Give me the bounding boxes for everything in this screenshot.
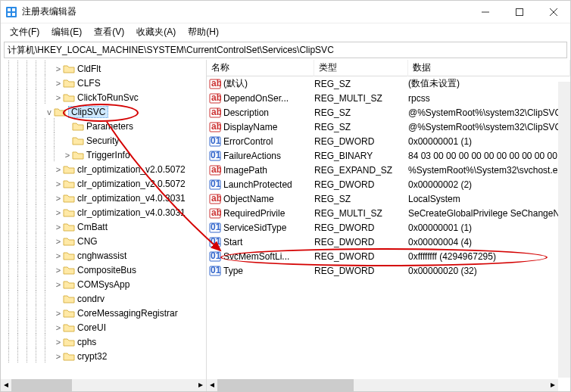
value-name: FailureActions: [223, 151, 314, 161]
chevron-icon[interactable]: >: [54, 352, 63, 361]
tree-label: CmBatt: [77, 222, 108, 232]
folder-icon: [63, 308, 75, 319]
tree-item[interactable]: >COMSysApp: [1, 277, 206, 291]
tree-label: clr_optimization_v2.0.5072: [77, 179, 186, 189]
menu-help[interactable]: 帮助(H): [182, 24, 225, 40]
folder-icon: [63, 351, 75, 362]
value-row[interactable]: abDescriptionREG_SZ@%SystemRoot%\system3…: [207, 105, 570, 120]
chevron-icon[interactable]: >: [54, 208, 63, 217]
value-row[interactable]: abRequiredPrivileREG_MULTI_SZSeCreateGlo…: [207, 206, 570, 220]
tree-item[interactable]: >cnghwassist: [1, 248, 206, 263]
menu-edit[interactable]: 编辑(E): [45, 24, 88, 40]
tree-item[interactable]: Security: [1, 133, 206, 148]
tree-item[interactable]: >CoreMessagingRegistrar: [1, 306, 206, 320]
tree-item[interactable]: vClipSVC: [1, 104, 206, 119]
chevron-icon[interactable]: >: [54, 79, 63, 88]
folder-icon: [63, 207, 75, 218]
close-button[interactable]: [536, 1, 570, 23]
tree-item[interactable]: >clr_optimization_v2.0.5072: [1, 162, 206, 176]
chevron-icon[interactable]: >: [54, 309, 63, 318]
value-row[interactable]: 011StartREG_DWORD0x00000004 (4): [207, 235, 570, 249]
tree-item[interactable]: >clr_optimization_v2.0.5072: [1, 176, 206, 191]
list-scrollbar-v[interactable]: [558, 82, 570, 378]
value-icon: ab: [207, 107, 223, 119]
value-icon: ab: [207, 92, 223, 104]
tree-item[interactable]: >CNG: [1, 234, 206, 248]
svg-text:011: 011: [211, 236, 221, 247]
value-icon: ab: [207, 207, 223, 219]
value-row[interactable]: ab(默认)REG_SZ(数值未设置): [207, 76, 570, 91]
tree-item[interactable]: >cphs: [1, 334, 206, 349]
chevron-icon[interactable]: v: [45, 107, 54, 117]
chevron-icon[interactable]: >: [54, 280, 63, 289]
col-type[interactable]: 类型: [314, 60, 408, 76]
tree-item[interactable]: >ClickToRunSvc: [1, 90, 206, 104]
col-name[interactable]: 名称: [207, 60, 314, 76]
tree-item[interactable]: >CldFlt: [1, 61, 206, 76]
tree-item[interactable]: Parameters: [1, 119, 206, 133]
minimize-button[interactable]: [468, 1, 502, 23]
value-row[interactable]: 011ErrorControlREG_DWORD0x00000001 (1): [207, 134, 570, 148]
value-row[interactable]: 011ServiceSidTypeREG_DWORD0x00000001 (1): [207, 220, 570, 235]
menu-file[interactable]: 文件(F): [4, 24, 45, 40]
tree-item[interactable]: >crypt32: [1, 349, 206, 363]
chevron-icon[interactable]: >: [54, 194, 63, 203]
window-title: 注册表编辑器: [22, 5, 468, 18]
value-row[interactable]: abDependOnSer...REG_MULTI_SZrpcss: [207, 91, 570, 105]
tree-scrollbar-h[interactable]: ◂ ▸: [1, 379, 206, 391]
chevron-icon[interactable]: >: [54, 237, 63, 246]
value-name: LaunchProtected: [223, 179, 314, 190]
svg-text:011: 011: [211, 250, 221, 261]
chevron-icon[interactable]: >: [54, 323, 63, 332]
value-name: DependOnSer...: [223, 93, 314, 104]
menu-favorites[interactable]: 收藏夹(A): [130, 24, 182, 40]
chevron-icon[interactable]: >: [54, 251, 63, 260]
value-row[interactable]: 011TypeREG_DWORD0x00000020 (32): [207, 263, 570, 278]
svg-rect-1: [8, 8, 11, 11]
value-icon: 011: [207, 150, 223, 162]
value-row[interactable]: abDisplayNameREG_SZ@%SystemRoot%\system3…: [207, 120, 570, 134]
value-data: 0xffffffff (4294967295): [408, 251, 570, 262]
value-name: ErrorControl: [223, 136, 314, 147]
maximize-button[interactable]: [502, 1, 536, 23]
value-type: REG_SZ: [314, 122, 408, 132]
tree-item[interactable]: >CompositeBus: [1, 263, 206, 277]
list-scrollbar-h[interactable]: ◂ ▸: [207, 379, 558, 391]
value-row[interactable]: 011FailureActionsREG_BINARY84 03 00 00 0…: [207, 148, 570, 163]
chevron-icon[interactable]: >: [54, 165, 63, 174]
tree-item[interactable]: >clr_optimization_v4.0.3031: [1, 191, 206, 205]
address-bar[interactable]: 计算机\HKEY_LOCAL_MACHINE\SYSTEM\CurrentCon…: [4, 42, 567, 58]
tree-item[interactable]: condrv: [1, 291, 206, 306]
folder-icon: [63, 222, 75, 232]
chevron-icon[interactable]: >: [54, 222, 63, 232]
value-row[interactable]: 011SvcMemSoftLi...REG_DWORD0xffffffff (4…: [207, 249, 570, 263]
value-name: (默认): [223, 77, 314, 90]
tree-label: Parameters: [86, 121, 133, 132]
tree-item[interactable]: >CmBatt: [1, 219, 206, 234]
tree-item[interactable]: >CLFS: [1, 76, 206, 90]
menu-view[interactable]: 查看(V): [88, 24, 130, 40]
value-row[interactable]: abObjectNameREG_SZLocalSystem: [207, 191, 570, 206]
folder-icon: [63, 164, 75, 175]
tree-item[interactable]: >TriggerInfo: [1, 148, 206, 162]
tree-label: CompositeBus: [77, 265, 136, 275]
tree-item[interactable]: >clr_optimization_v4.0.3031: [1, 205, 206, 219]
col-data[interactable]: 数据: [408, 60, 570, 76]
chevron-icon[interactable]: >: [54, 266, 63, 275]
chevron-icon[interactable]: >: [54, 338, 63, 347]
tree-label: ClipSVC: [68, 107, 108, 117]
value-row[interactable]: abImagePathREG_EXPAND_SZ%SystemRoot%\Sys…: [207, 163, 570, 177]
value-row[interactable]: 011LaunchProtectedREG_DWORD0x00000002 (2…: [207, 177, 570, 191]
value-data: (数值未设置): [408, 77, 570, 90]
chevron-icon[interactable]: >: [54, 93, 63, 102]
tree-label: crypt32: [77, 351, 107, 362]
tree-item[interactable]: >CoreUI: [1, 320, 206, 334]
chevron-icon[interactable]: >: [63, 151, 72, 160]
value-name: Type: [223, 266, 314, 276]
value-type: REG_DWORD: [314, 136, 408, 147]
value-data: LocalSystem: [408, 194, 570, 204]
chevron-icon[interactable]: >: [54, 179, 63, 188]
tree-label: CLFS: [77, 78, 101, 89]
value-type: REG_DWORD: [314, 237, 408, 247]
chevron-icon[interactable]: >: [54, 64, 63, 73]
